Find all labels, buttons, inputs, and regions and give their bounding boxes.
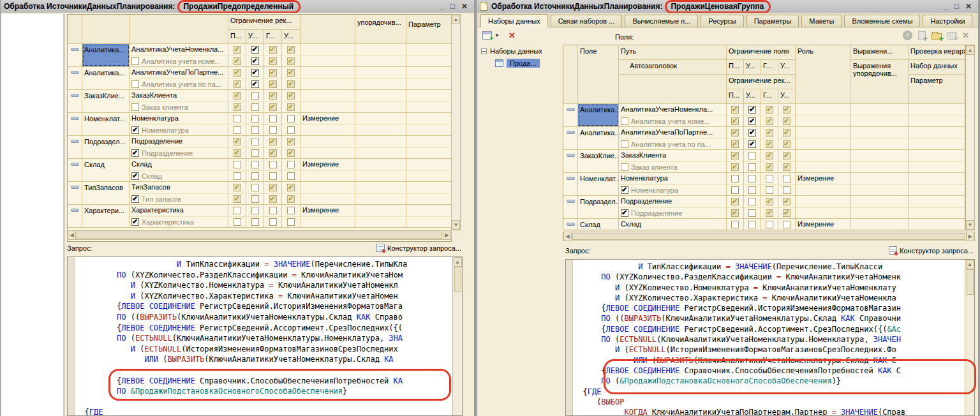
checkbox-unchecked[interactable] (251, 161, 259, 168)
path-cell[interactable]: Номенклатура (130, 113, 228, 124)
restriction-cell[interactable] (246, 170, 264, 182)
restriction-cell[interactable] (264, 44, 282, 56)
title-checkbox-unchecked[interactable] (131, 103, 139, 111)
empty-cell[interactable] (355, 159, 406, 170)
checkbox-unchecked[interactable] (287, 207, 295, 214)
restriction-cell[interactable] (264, 56, 282, 67)
role-cell[interactable] (301, 90, 355, 101)
right-table-vscrollbar[interactable]: ▲ ▼ (965, 45, 975, 230)
checkbox-unchecked[interactable] (748, 163, 756, 171)
restriction-cell[interactable] (761, 173, 778, 184)
checkbox-checked[interactable] (748, 106, 756, 114)
checkbox-checked[interactable] (731, 152, 739, 160)
restriction-cell[interactable] (778, 115, 796, 127)
empty-cell[interactable] (355, 193, 406, 205)
checkbox-checked[interactable] (269, 80, 277, 88)
scroll-left-icon[interactable]: ◀ (563, 232, 572, 241)
title-checkbox-checked[interactable] (131, 172, 139, 180)
maximize-button[interactable]: □ (450, 2, 455, 11)
restriction-cell[interactable] (246, 159, 264, 170)
checkbox-checked[interactable] (766, 152, 773, 160)
path-cell[interactable]: Склад (619, 219, 727, 230)
role-cell[interactable] (301, 136, 355, 147)
restriction-cell[interactable] (282, 136, 301, 147)
restriction-cell[interactable] (744, 207, 761, 219)
checkbox-unchecked[interactable] (251, 103, 259, 111)
title-checkbox-checked[interactable] (131, 149, 139, 157)
restriction-cell[interactable] (282, 78, 301, 90)
restriction-cell[interactable] (727, 115, 744, 127)
row-grip[interactable] (563, 219, 578, 230)
field-name-cell[interactable]: Подраздел... (578, 196, 619, 218)
checkbox-unchecked[interactable] (269, 218, 277, 226)
checkbox-unchecked[interactable] (287, 172, 295, 180)
empty-cell[interactable] (909, 115, 965, 127)
checkbox-unchecked[interactable] (269, 126, 277, 134)
scroll-right-icon[interactable]: ▶ (966, 232, 974, 241)
field-name-cell[interactable]: ЗаказКлие... (578, 150, 619, 172)
left-query-text[interactable]: И ТипКлассификации = ЗНАЧЕНИЕ(Перечислен… (75, 259, 452, 415)
restriction-cell[interactable] (246, 90, 264, 101)
restriction-cell[interactable] (228, 113, 246, 124)
title-checkbox-checked[interactable] (131, 195, 139, 203)
restriction-cell[interactable] (282, 216, 301, 228)
restriction-cell[interactable] (778, 104, 796, 115)
restriction-cell[interactable] (264, 216, 282, 228)
checkbox-checked[interactable] (748, 140, 756, 148)
empty-cell[interactable] (909, 173, 965, 184)
restriction-cell[interactable] (228, 170, 246, 182)
checkbox-unchecked[interactable] (251, 115, 259, 123)
add-folder-icon[interactable] (932, 33, 942, 40)
restriction-cell[interactable] (761, 184, 778, 196)
checkbox-checked[interactable] (287, 138, 295, 145)
path-cell[interactable]: АналитикаУчетаПоПартне... (130, 67, 228, 78)
restriction-cell[interactable] (282, 124, 301, 136)
empty-cell[interactable] (355, 182, 406, 193)
path-cell[interactable]: Склад (130, 159, 228, 170)
checkbox-unchecked[interactable] (251, 207, 259, 214)
empty-cell[interactable] (851, 219, 909, 230)
checkbox-checked[interactable] (783, 163, 791, 171)
restriction-cell[interactable] (282, 159, 301, 170)
empty-cell[interactable] (796, 161, 851, 173)
restriction-cell[interactable] (744, 184, 761, 196)
checkbox-checked[interactable] (287, 57, 295, 65)
restriction-cell[interactable] (761, 115, 778, 127)
empty-cell[interactable] (355, 216, 406, 228)
add-table-icon[interactable] (947, 32, 956, 40)
tab-8[interactable]: Настройки (923, 15, 972, 27)
empty-cell[interactable] (796, 138, 851, 150)
checkbox-unchecked[interactable] (748, 186, 756, 194)
checkbox-checked[interactable] (234, 69, 241, 77)
path-cell[interactable]: АналитикаУчетаНоменкла... (130, 44, 228, 56)
title-cell[interactable]: Аналитика учета номе... (130, 56, 228, 67)
path-cell[interactable]: АналитикаУчетаПоПартне... (619, 127, 727, 138)
restriction-cell[interactable] (778, 207, 796, 219)
checkbox-checked[interactable] (766, 198, 773, 205)
restriction-cell[interactable] (246, 205, 264, 216)
path-cell[interactable]: АналитикаУчетаНоменкла... (619, 104, 727, 115)
empty-cell[interactable] (406, 44, 451, 56)
empty-cell[interactable] (301, 101, 355, 113)
minimize-button[interactable]: _ (440, 2, 444, 11)
right-table-hscrollbar[interactable]: ◀ ▶ (563, 232, 975, 241)
checkbox-unchecked[interactable] (731, 175, 739, 182)
empty-cell[interactable] (909, 219, 965, 230)
checkbox-checked[interactable] (251, 46, 259, 54)
empty-cell[interactable] (406, 124, 451, 136)
empty-cell[interactable] (301, 170, 355, 182)
checkbox-checked[interactable] (251, 69, 259, 77)
close-button[interactable]: ✕ (461, 2, 468, 11)
restriction-cell[interactable] (744, 127, 761, 138)
hscroll-thumb[interactable] (572, 233, 965, 240)
row-grip[interactable] (563, 104, 578, 126)
restriction-cell[interactable] (228, 78, 246, 90)
restriction-cell[interactable] (228, 147, 246, 159)
role-cell[interactable]: Измерение (301, 205, 355, 216)
checkbox-checked[interactable] (234, 149, 241, 157)
restriction-cell[interactable] (246, 216, 264, 228)
checkbox-unchecked[interactable] (783, 221, 791, 228)
checkbox-checked[interactable] (234, 195, 241, 203)
scroll-up-icon[interactable]: ▲ (454, 257, 462, 267)
empty-cell[interactable] (406, 216, 451, 228)
